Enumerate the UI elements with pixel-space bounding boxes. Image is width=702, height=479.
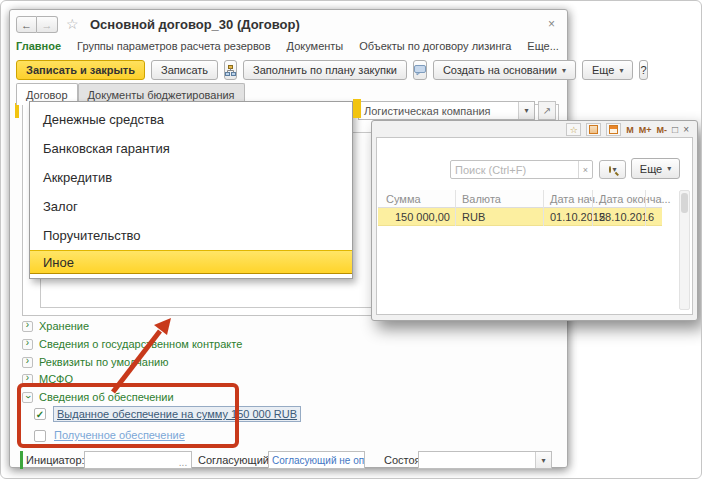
menu-item-leasing-objects[interactable]: Объекты по договору лизинга — [359, 40, 511, 52]
maximize-icon[interactable]: □ — [672, 124, 678, 135]
chevron-right-icon[interactable]: › — [22, 357, 33, 368]
scrollbar-thumb[interactable] — [681, 193, 688, 213]
chevron-down-icon: ▾ — [562, 66, 566, 75]
ellipsis-button[interactable]: ... — [175, 452, 191, 468]
column-header-sum[interactable]: Сумма — [386, 193, 421, 205]
more-button[interactable]: Еще ▾ — [582, 60, 633, 80]
menu-item-reserve-groups[interactable]: Группы параметров расчета резервов — [77, 40, 271, 52]
close-icon[interactable]: × — [683, 124, 689, 135]
create-based-on-label: Создать на основании — [443, 64, 557, 76]
menu-item-main[interactable]: Главное — [16, 40, 61, 52]
issued-security-link[interactable]: Выданное обеспечение на сумму 150 000 RU… — [54, 407, 300, 421]
chevron-down-icon[interactable]: ▾ — [535, 452, 551, 468]
discussion-icon — [414, 65, 426, 76]
logistics-company-combo[interactable]: Логистическая компания ▾ — [358, 101, 535, 120]
search-input[interactable] — [451, 164, 578, 176]
close-icon[interactable]: × — [548, 17, 555, 31]
approver-value: Согласующий не определен — [269, 455, 364, 466]
dropdown-item-pledge[interactable]: Залог — [30, 192, 352, 221]
section-default-requisites[interactable]: › Реквизиты по умолчанию — [22, 354, 168, 370]
section-label[interactable]: Сведения о государственном контракте — [39, 338, 242, 350]
menu-item-more[interactable]: Еще... — [527, 40, 559, 52]
magnifier-icon — [609, 166, 611, 173]
chevron-down-icon[interactable]: › — [22, 392, 33, 403]
help-button[interactable]: ? — [639, 60, 647, 80]
calendar-icon-button[interactable] — [606, 123, 621, 136]
search-field[interactable]: × — [450, 160, 593, 179]
search-options-button[interactable]: ▾ — [599, 160, 626, 179]
fill-by-plan-button[interactable]: Заполнить по плану закупки — [243, 60, 407, 80]
check-icon: ✓ — [36, 409, 44, 420]
calendar-icon — [609, 125, 618, 134]
column-header-start-date[interactable]: Дата нач... — [550, 193, 604, 205]
chevron-down-icon: ▾ — [667, 164, 671, 173]
table-row[interactable]: 150 000,00 RUB 01.10.2015 28.10.2016 — [378, 208, 662, 226]
favorite-star-icon[interactable]: ☆ — [566, 123, 581, 136]
open-link-icon[interactable]: ↗ — [538, 101, 556, 120]
security-type-dropdown: Денежные средства Банковская гарантия Ак… — [29, 101, 353, 279]
dropdown-item-surety[interactable]: Поручительство — [30, 221, 352, 250]
approver-label: Согласующий: — [198, 454, 272, 466]
section-ifrs[interactable]: › МСФО — [22, 371, 73, 387]
save-close-button[interactable]: Записать и закрыть — [16, 60, 145, 80]
hierarchy-icon-button[interactable] — [224, 60, 237, 80]
memory-plus-button[interactable]: M+ — [639, 125, 652, 135]
more-label: Еще — [592, 64, 614, 76]
section-label[interactable]: Сведения об обеспечении — [39, 391, 174, 403]
section-label[interactable]: Хранение — [39, 320, 89, 332]
initiator-field[interactable]: ... — [84, 451, 192, 469]
section-label[interactable]: МСФО — [39, 373, 73, 385]
section-security-info[interactable]: › Сведения об обеспечении — [22, 389, 174, 405]
column-divider — [543, 190, 544, 226]
approver-field[interactable]: Согласующий не определен — [268, 451, 365, 469]
section-state-contract[interactable]: › Сведения о государственном контракте — [22, 336, 242, 352]
column-header-end-date[interactable]: Дата оконча... — [599, 193, 671, 205]
menu-item-documents[interactable]: Документы — [287, 40, 344, 52]
cell-currency: RUB — [462, 211, 485, 223]
calculator-icon-button[interactable] — [586, 123, 601, 136]
column-divider — [455, 190, 456, 226]
nav-buttons: ← → — [16, 16, 58, 33]
chevron-down-icon[interactable]: ▾ — [518, 102, 534, 119]
chevron-right-icon[interactable]: › — [22, 374, 33, 385]
screenshot-stage: ← → ☆ Основной договор_30 (Договор) × Гл… — [0, 0, 702, 479]
back-button[interactable]: ← — [16, 16, 37, 33]
column-header-currency[interactable]: Валюта — [462, 193, 501, 205]
discussion-icon-button[interactable] — [413, 60, 427, 80]
state-combo[interactable]: ▾ — [418, 451, 552, 469]
security-list-window: ☆ M M+ M- □ × × ▾ Еще ▾ Сумма — [371, 120, 698, 321]
favorite-star-icon[interactable]: ☆ — [66, 16, 79, 32]
section-label[interactable]: Реквизиты по умолчанию — [39, 356, 168, 368]
dropdown-item-cash[interactable]: Денежные средства — [30, 105, 352, 134]
menubar: Главное Группы параметров расчета резерв… — [16, 40, 559, 52]
section-storage[interactable]: › Хранение — [22, 318, 89, 334]
forward-button[interactable]: → — [37, 16, 58, 33]
table-header: Сумма Валюта Дата нач... Дата оконча... — [378, 190, 662, 208]
overlay-titlebar-icons: ☆ M M+ M- □ × — [566, 123, 689, 136]
memory-minus-button[interactable]: M- — [657, 125, 668, 135]
cell-start-date: 01.10.2015 — [550, 211, 605, 223]
yellow-field-notch-left — [15, 103, 19, 118]
chevron-right-icon[interactable]: › — [22, 339, 33, 350]
overlay-more-label: Еще — [640, 163, 662, 175]
received-security-checkbox[interactable] — [34, 430, 46, 442]
dropdown-item-bank-guarantee[interactable]: Банковская гарантия — [30, 134, 352, 163]
issued-security-checkbox[interactable]: ✓ — [34, 408, 46, 420]
clear-icon[interactable]: × — [578, 161, 592, 178]
vertical-scrollbar[interactable] — [679, 190, 690, 310]
column-divider — [645, 190, 646, 226]
chevron-down-icon: ▾ — [619, 66, 623, 75]
received-security-link[interactable]: Полученное обеспечение — [54, 429, 185, 441]
hierarchy-icon — [225, 65, 236, 76]
initiator-label: Инициатор: — [26, 454, 85, 466]
memory-button[interactable]: M — [626, 125, 634, 135]
dropdown-item-letter-of-credit[interactable]: Аккредитив — [30, 163, 352, 192]
save-button[interactable]: Записать — [151, 60, 218, 80]
initiator-input[interactable] — [85, 453, 175, 467]
chevron-right-icon[interactable]: › — [22, 321, 33, 332]
back-icon: ← — [21, 19, 32, 31]
yellow-field-notch-right — [353, 99, 361, 118]
create-based-on-button[interactable]: Создать на основании ▾ — [433, 60, 576, 80]
dropdown-item-other[interactable]: Иное — [30, 250, 352, 274]
overlay-more-button[interactable]: Еще ▾ — [631, 158, 680, 179]
